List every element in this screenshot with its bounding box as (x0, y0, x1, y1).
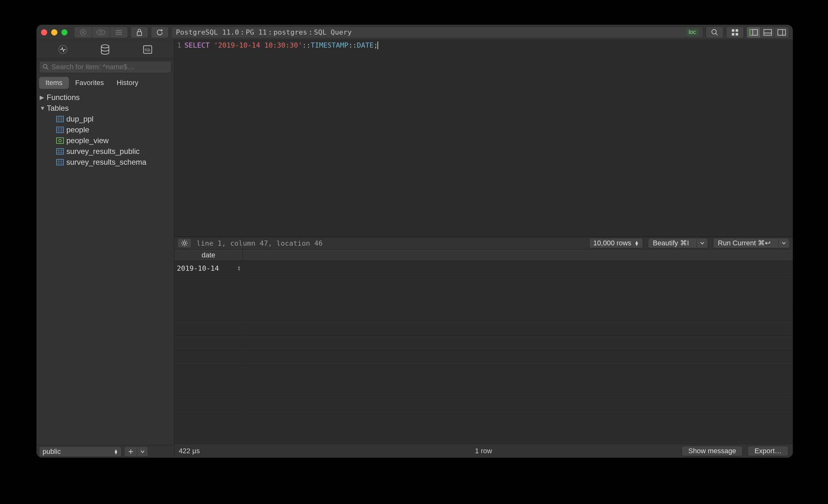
list-icon[interactable] (110, 27, 128, 38)
cursor-position-label: line 1, column 47, location 46 (197, 239, 323, 247)
svg-line-26 (47, 68, 48, 70)
table-row[interactable]: 2019-10-14 ▲▼ (174, 261, 793, 276)
tree-table-item[interactable]: people (37, 124, 174, 135)
tree-functions[interactable]: ▶ Functions (37, 92, 174, 103)
svg-line-10 (716, 33, 717, 35)
view-icon (56, 137, 64, 144)
breadcrumb-conn: PG 11 (246, 28, 267, 36)
svg-rect-15 (750, 30, 753, 35)
svg-point-51 (183, 242, 186, 244)
row-count-label: 1 row (475, 447, 492, 455)
beautify-button[interactable]: Beautify ⌘I (648, 238, 708, 248)
search-button[interactable] (706, 27, 723, 38)
layout-right-panel[interactable] (775, 27, 789, 38)
app-window: PostgreSQL 11.0 : PG 11 : postgres : SQL… (37, 25, 793, 458)
sidebar-tab-database[interactable] (99, 43, 111, 55)
svg-text:SQL: SQL (144, 48, 151, 52)
table-row (174, 306, 793, 321)
stepper-icon[interactable]: ▲▼ (238, 265, 240, 271)
editor-statusbar: line 1, column 47, location 46 10,000 ro… (174, 237, 793, 249)
layout-segment (746, 27, 789, 38)
titlebar: PostgreSQL 11.0 : PG 11 : postgres : SQL… (37, 25, 793, 40)
run-button[interactable]: Run Current ⌘↩ (713, 238, 790, 248)
svg-rect-39 (56, 149, 64, 154)
svg-rect-27 (56, 116, 64, 122)
breadcrumb-mode: SQL Query (314, 28, 352, 36)
table-cell[interactable]: 2019-10-14 ▲▼ (174, 261, 243, 276)
column-header[interactable]: date (174, 249, 243, 261)
table-row (174, 321, 793, 335)
sidebar-search[interactable] (39, 61, 171, 73)
lock-icon (136, 29, 142, 36)
svg-rect-11 (732, 29, 734, 32)
svg-rect-37 (56, 138, 64, 143)
eye-icon[interactable] (92, 27, 110, 38)
close-window-button[interactable] (41, 29, 47, 36)
add-button[interactable] (124, 447, 137, 456)
table-row (174, 365, 793, 380)
add-menu-button[interactable] (137, 447, 148, 456)
svg-rect-16 (753, 30, 757, 35)
table-icon (56, 116, 64, 122)
sidebar-mode-tabs: SQL (37, 40, 174, 59)
editor-gutter: 1 (174, 40, 182, 237)
activity-icon (58, 44, 68, 54)
row-limit-select[interactable]: 10,000 rows ▲▼ (589, 238, 643, 248)
location-badge: loc (686, 28, 699, 36)
svg-point-38 (59, 139, 61, 142)
svg-line-59 (182, 245, 183, 245)
table-row (174, 291, 793, 306)
sidebar-filter-segment: Items Favorites History (39, 77, 171, 89)
table-icon (56, 148, 64, 155)
elapsed-label: 422 µs (179, 447, 200, 455)
zoom-window-button[interactable] (61, 29, 68, 36)
table-row (174, 395, 793, 410)
svg-line-57 (186, 245, 187, 245)
sidebar-footer: public ▲▼ (37, 445, 174, 458)
tree-table-item[interactable]: survey_results_public (37, 146, 174, 157)
gear-icon (181, 240, 188, 247)
filter-favorites[interactable]: Favorites (69, 77, 110, 89)
sql-icon: SQL (143, 45, 152, 54)
tree-table-item[interactable]: people_view (37, 135, 174, 146)
layout-left-panel[interactable] (747, 27, 761, 38)
sidebar-tree: ▶ Functions ▼ Tables dup_ppl people (37, 91, 174, 445)
sidebar: SQL Items Favorites History ▶ Functions (37, 40, 174, 458)
search-icon (43, 64, 49, 70)
text-cursor (377, 42, 378, 49)
sidebar-tab-sql[interactable]: SQL (141, 43, 154, 55)
chevron-down-icon[interactable] (697, 238, 708, 248)
svg-rect-17 (764, 30, 772, 35)
filter-history[interactable]: History (110, 77, 144, 89)
svg-point-4 (100, 31, 102, 34)
tree-table-item[interactable]: dup_ppl (37, 114, 174, 124)
export-button[interactable]: Export… (748, 446, 788, 456)
stepper-icon: ▲▼ (634, 241, 639, 246)
lock-button[interactable] (130, 27, 148, 38)
cancel-icon[interactable] (74, 27, 92, 38)
window-controls (41, 29, 68, 36)
stepper-icon: ▲▼ (114, 449, 118, 454)
sidebar-tab-activity[interactable] (57, 43, 69, 55)
breadcrumb-user: postgres (273, 28, 307, 36)
schema-select[interactable]: public ▲▼ (39, 447, 122, 457)
table-row (174, 276, 793, 291)
tree-table-item[interactable]: survey_results_schema (37, 157, 174, 168)
table-row (174, 350, 793, 365)
sql-editor[interactable]: 1 SELECT '2019-10-14 10:30:30'::TIMESTAM… (174, 40, 793, 237)
chevron-down-icon[interactable] (778, 238, 789, 248)
editor-settings-button[interactable] (177, 238, 192, 248)
editor-code[interactable]: SELECT '2019-10-14 10:30:30'::TIMESTAMP:… (182, 40, 793, 237)
show-message-button[interactable]: Show message (681, 446, 743, 456)
filter-items[interactable]: Items (39, 77, 69, 89)
refresh-button[interactable] (151, 27, 169, 38)
grid-button[interactable] (726, 27, 744, 38)
svg-rect-44 (56, 159, 64, 165)
layout-bottom-panel[interactable] (761, 27, 775, 38)
breadcrumb-db: PostgreSQL 11.0 (176, 28, 239, 36)
minimize-window-button[interactable] (51, 29, 57, 36)
tree-tables[interactable]: ▼ Tables (37, 103, 174, 114)
search-input[interactable] (51, 63, 168, 71)
table-row (174, 380, 793, 395)
breadcrumb-bar[interactable]: PostgreSQL 11.0 : PG 11 : postgres : SQL… (171, 27, 703, 38)
